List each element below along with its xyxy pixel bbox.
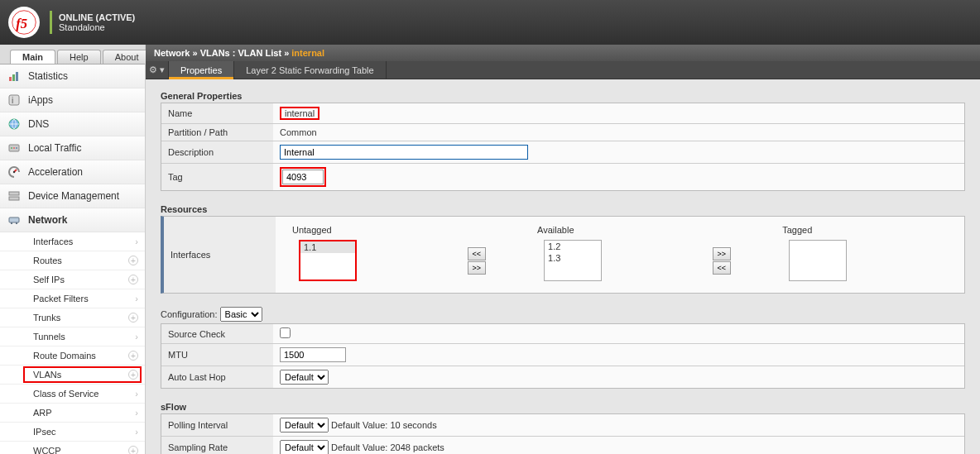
nav-sub-self-ips[interactable]: Self IPs+ bbox=[0, 270, 145, 289]
svg-rect-14 bbox=[9, 197, 19, 200]
nav-sub-vlans[interactable]: VLANs+ bbox=[0, 366, 145, 385]
polling-select[interactable]: Default bbox=[280, 418, 329, 432]
crumb-2[interactable]: VLANs : VLAN List bbox=[200, 48, 281, 58]
nav-device-management[interactable]: Device Management bbox=[0, 184, 145, 208]
nav-local-traffic[interactable]: Local Traffic bbox=[0, 136, 145, 160]
name-label: Name bbox=[161, 103, 273, 124]
nav-statistics[interactable]: Statistics bbox=[0, 65, 145, 88]
interfaces-label: Interfaces bbox=[164, 217, 276, 293]
subitem-label: IPsec bbox=[33, 427, 56, 437]
tab-help[interactable]: Help bbox=[57, 50, 101, 64]
gear-icon[interactable]: ⚙ ▾ bbox=[146, 61, 169, 79]
tagged-label: Tagged bbox=[782, 225, 948, 237]
subitem-label: VLANs bbox=[33, 370, 61, 380]
sflow-panel: Polling Interval Default Default Value: … bbox=[161, 413, 965, 454]
nav-sub-ipsec[interactable]: IPsec› bbox=[0, 423, 145, 442]
source-check-label: Source Check bbox=[161, 324, 273, 344]
untagged-listbox[interactable]: 1.1 bbox=[299, 240, 357, 281]
sflow-heading: sFlow bbox=[161, 402, 965, 412]
tag-input[interactable] bbox=[282, 170, 324, 184]
auto-last-hop-select[interactable]: Default bbox=[280, 370, 329, 385]
plus-icon[interactable]: + bbox=[128, 446, 138, 454]
page-tab-properties[interactable]: Properties bbox=[169, 61, 234, 79]
status-mode: Standalone bbox=[59, 22, 135, 32]
mtu-input[interactable] bbox=[280, 347, 346, 362]
polling-hint: Default Value: 10 seconds bbox=[331, 420, 437, 430]
description-label: Description bbox=[161, 141, 273, 164]
nav-label: Device Management bbox=[28, 190, 119, 202]
nav-iapps[interactable]: iiApps bbox=[0, 88, 145, 112]
nav-sub-interfaces[interactable]: Interfaces› bbox=[0, 232, 145, 251]
move-left2-button[interactable]: << bbox=[713, 261, 731, 275]
brand-logo: f5 bbox=[8, 7, 40, 38]
subitem-label: Class of Service bbox=[33, 389, 98, 399]
listbox-item[interactable]: 1.2 bbox=[545, 241, 601, 252]
network-icon bbox=[7, 213, 22, 227]
plus-icon[interactable]: + bbox=[128, 313, 138, 323]
svg-rect-5 bbox=[9, 95, 19, 105]
chevron-right-icon: › bbox=[135, 294, 138, 303]
partition-label: Partition / Path bbox=[161, 124, 273, 141]
page-tabs: ⚙ ▾ Properties Layer 2 Static Forwarding… bbox=[146, 61, 980, 79]
tab-main[interactable]: Main bbox=[10, 50, 55, 64]
source-check-checkbox[interactable] bbox=[280, 327, 291, 338]
sampling-select[interactable]: Default bbox=[280, 440, 329, 454]
svg-point-10 bbox=[13, 147, 15, 149]
plus-icon[interactable]: + bbox=[128, 370, 138, 380]
plus-icon[interactable]: + bbox=[128, 275, 138, 284]
nav-label: iApps bbox=[28, 94, 53, 106]
move-right2-button[interactable]: >> bbox=[713, 247, 731, 260]
nav-sub-arp[interactable]: ARP› bbox=[0, 404, 145, 423]
nav-acceleration[interactable]: Acceleration bbox=[0, 160, 145, 184]
general-heading: General Properties bbox=[161, 91, 965, 101]
listbox-item[interactable]: 1.1 bbox=[300, 241, 355, 253]
page-tab-l2forward[interactable]: Layer 2 Static Forwarding Table bbox=[234, 61, 387, 79]
chevron-right-icon: › bbox=[135, 389, 138, 399]
nav-sub-routes[interactable]: Routes+ bbox=[0, 251, 145, 270]
svg-rect-3 bbox=[12, 74, 15, 81]
description-input[interactable] bbox=[280, 145, 528, 160]
svg-rect-15 bbox=[9, 217, 19, 222]
svg-point-12 bbox=[13, 171, 15, 173]
nav-sub-tunnels[interactable]: Tunnels› bbox=[0, 327, 145, 346]
chevron-right-icon: › bbox=[135, 427, 138, 437]
subitem-label: Packet Filters bbox=[33, 294, 89, 303]
nav-network[interactable]: Network bbox=[0, 208, 145, 232]
acceleration-icon bbox=[7, 165, 22, 179]
tagged-listbox[interactable] bbox=[789, 240, 847, 281]
plus-icon[interactable]: + bbox=[128, 256, 138, 265]
svg-rect-2 bbox=[9, 77, 12, 81]
configuration-panel: Source Check MTU Auto Last Hop Default bbox=[161, 323, 965, 389]
untagged-label: Untagged bbox=[292, 225, 458, 237]
status-block: ONLINE (ACTIVE) Standalone bbox=[50, 11, 135, 34]
move-left-button[interactable]: << bbox=[468, 247, 486, 260]
available-listbox[interactable]: 1.21.3 bbox=[544, 240, 602, 281]
plus-icon[interactable]: + bbox=[128, 351, 138, 361]
nav-sub-class-of-service[interactable]: Class of Service› bbox=[0, 385, 145, 404]
configuration-row: Configuration: Basic bbox=[161, 307, 965, 322]
tab-about[interactable]: About bbox=[103, 50, 151, 64]
subitem-label: Self IPs bbox=[33, 275, 65, 284]
move-right-button[interactable]: >> bbox=[468, 261, 486, 275]
subitem-label: Routes bbox=[33, 256, 62, 265]
nav-label: Statistics bbox=[28, 70, 68, 82]
nav-sub-route-domains[interactable]: Route Domains+ bbox=[0, 346, 145, 366]
nav-sub-trunks[interactable]: Trunks+ bbox=[0, 308, 145, 327]
configuration-select[interactable]: Basic bbox=[220, 307, 262, 322]
svg-rect-13 bbox=[9, 192, 19, 195]
resources-heading: Resources bbox=[161, 204, 965, 214]
svg-point-9 bbox=[11, 147, 12, 149]
subitem-label: ARP bbox=[33, 408, 52, 418]
listbox-item[interactable]: 1.3 bbox=[545, 252, 601, 264]
nav-sub-packet-filters[interactable]: Packet Filters› bbox=[0, 289, 145, 308]
nav-sub-wccp[interactable]: WCCP+ bbox=[0, 442, 145, 454]
crumb-current: internal bbox=[291, 48, 324, 58]
nav-label: DNS bbox=[28, 118, 49, 130]
crumb-1[interactable]: Network bbox=[154, 48, 190, 58]
subitem-label: Trunks bbox=[33, 313, 60, 323]
polling-label: Polling Interval bbox=[161, 414, 273, 437]
subitem-label: Tunnels bbox=[33, 332, 65, 342]
nav-label: Local Traffic bbox=[28, 142, 81, 154]
chevron-right-icon: › bbox=[135, 408, 138, 418]
nav-dns[interactable]: DNS bbox=[0, 112, 145, 136]
